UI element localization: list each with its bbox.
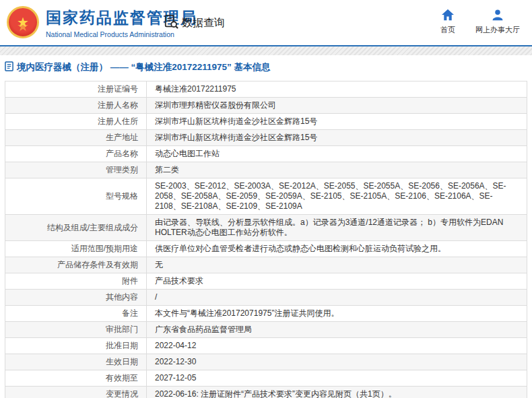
row-value: 2022-12-30 bbox=[147, 354, 527, 370]
row-label: 附件 bbox=[5, 273, 147, 290]
row-label: 其他内容 bbox=[5, 290, 147, 306]
row-label: 适用范围/预期用途 bbox=[5, 241, 147, 257]
row-value: / bbox=[147, 290, 527, 306]
table-row: 结构及组成/主要组成成分由记录器、导联线、分析显示软件组成。a）记录器为3通道/… bbox=[5, 215, 527, 241]
table-row: 管理类别第二类 bbox=[5, 162, 527, 178]
home-icon bbox=[441, 9, 455, 22]
table-row: 审批部门广东省食品药品监督管理局 bbox=[5, 322, 527, 338]
row-value: 本文件与“粤械注准20172071975”注册证共同使用。 bbox=[147, 306, 527, 322]
row-label: 注册人住所 bbox=[5, 114, 147, 130]
table-row: 生产地址深圳市坪山新区坑梓街道金沙社区金辉路15号 bbox=[5, 130, 527, 146]
row-value: 深圳市坪山新区坑梓街道金沙社区金辉路15号 bbox=[147, 130, 527, 146]
row-label: 管理类别 bbox=[5, 162, 147, 178]
hatch-divider bbox=[0, 46, 532, 55]
person-icon bbox=[492, 9, 504, 22]
row-value: 由记录器、导联线、分析显示软件组成。a）记录器为3通道/12通道记录器； b）专… bbox=[147, 215, 527, 241]
row-value: 粤械注准20172211975 bbox=[147, 81, 527, 98]
table-row: 注册证编号粤械注准20172211975 bbox=[5, 81, 527, 98]
row-value: 深圳市坪山新区坑梓街道金沙社区金辉路15号 bbox=[147, 114, 527, 130]
document-icon bbox=[5, 61, 13, 73]
row-label: 型号规格 bbox=[5, 178, 147, 215]
nav-home-label: 首页 bbox=[440, 25, 455, 35]
info-table: 注册证编号粤械注准20172211975 注册人名称深圳市理邦精密仪器股份有限公… bbox=[5, 81, 527, 398]
table-row: 附件产品技术要求 bbox=[5, 273, 527, 290]
row-value: 2022-06-16: 注册证附件“产品技术要求”变更内容见附页（共1页）。 bbox=[147, 387, 527, 398]
row-value: 第二类 bbox=[147, 162, 527, 178]
row-value: 产品技术要求 bbox=[147, 273, 527, 290]
table-row: 注册人住所深圳市坪山新区坑梓街道金沙社区金辉路15号 bbox=[5, 114, 527, 130]
row-label: 生效日期 bbox=[5, 354, 147, 370]
nav-home[interactable]: 首页 bbox=[440, 9, 455, 35]
row-value: 无 bbox=[147, 257, 527, 273]
data-query-nav[interactable]: 数据查询 bbox=[164, 14, 225, 32]
row-value: 2027-12-05 bbox=[147, 370, 527, 387]
row-label: 结构及组成/主要组成成分 bbox=[5, 215, 147, 241]
row-label: 生产地址 bbox=[5, 130, 147, 146]
row-label: 注册人名称 bbox=[5, 98, 147, 114]
row-value: 供医疗单位对心血管受检者进行动态或静态心电图检测和心脏运动负荷试验之用。 bbox=[147, 241, 527, 257]
table-row: 生效日期2022-12-30 bbox=[5, 354, 527, 370]
row-label: 有效期至 bbox=[5, 370, 147, 387]
row-value: 动态心电图工作站 bbox=[147, 146, 527, 162]
page-title-bar: 境内医疗器械（注册） —— “粤械注准20172211975” 基本信息 bbox=[0, 55, 532, 81]
table-row: 变更情况2022-06-16: 注册证附件“产品技术要求”变更内容见附页（共1页… bbox=[5, 387, 527, 398]
site-header: ★ 国家药品监督管理局 National Medical Products Ad… bbox=[0, 0, 532, 46]
document-search-icon bbox=[164, 14, 178, 32]
table-row: 其他内容/ bbox=[5, 290, 527, 306]
emblem-star-icon: ★ bbox=[17, 15, 29, 29]
data-query-label: 数据查询 bbox=[182, 16, 225, 30]
table-row: 注册人名称深圳市理邦精密仪器股份有限公司 bbox=[5, 98, 527, 114]
row-value: 深圳市理邦精密仪器股份有限公司 bbox=[147, 98, 527, 114]
page-title: 境内医疗器械（注册） —— “粤械注准20172211975” 基本信息 bbox=[17, 61, 271, 73]
row-label: 批准日期 bbox=[5, 338, 147, 354]
row-label: 变更情况 bbox=[5, 387, 147, 398]
table-row: 有效期至2027-12-05 bbox=[5, 370, 527, 387]
national-emblem-logo: ★ bbox=[7, 6, 39, 38]
table-row: 批准日期2022-04-12 bbox=[5, 338, 527, 354]
table-row: 产品储存条件及有效期无 bbox=[5, 257, 527, 273]
table-row: 型号规格SE-2003、SE-2012、SE-2003A、SE-2012A、SE… bbox=[5, 178, 527, 215]
header-nav: 首页 网上办事大厅 bbox=[440, 9, 520, 35]
row-value: 广东省食品药品监督管理局 bbox=[147, 322, 527, 338]
nav-hall-label: 网上办事大厅 bbox=[475, 25, 520, 35]
table-row: 适用范围/预期用途供医疗单位对心血管受检者进行动态或静态心电图检测和心脏运动负荷… bbox=[5, 241, 527, 257]
nav-online-hall[interactable]: 网上办事大厅 bbox=[475, 9, 520, 35]
row-label: 产品名称 bbox=[5, 146, 147, 162]
row-label: 注册证编号 bbox=[5, 81, 147, 98]
row-value: SE-2003、SE-2012、SE-2003A、SE-2012A、SE-205… bbox=[147, 178, 527, 215]
row-label: 产品储存条件及有效期 bbox=[5, 257, 147, 273]
row-label: 备注 bbox=[5, 306, 147, 322]
table-row: 备注本文件与“粤械注准20172071975”注册证共同使用。 bbox=[5, 306, 527, 322]
table-row: 产品名称动态心电图工作站 bbox=[5, 146, 527, 162]
row-label: 审批部门 bbox=[5, 322, 147, 338]
row-value: 2022-04-12 bbox=[147, 338, 527, 354]
